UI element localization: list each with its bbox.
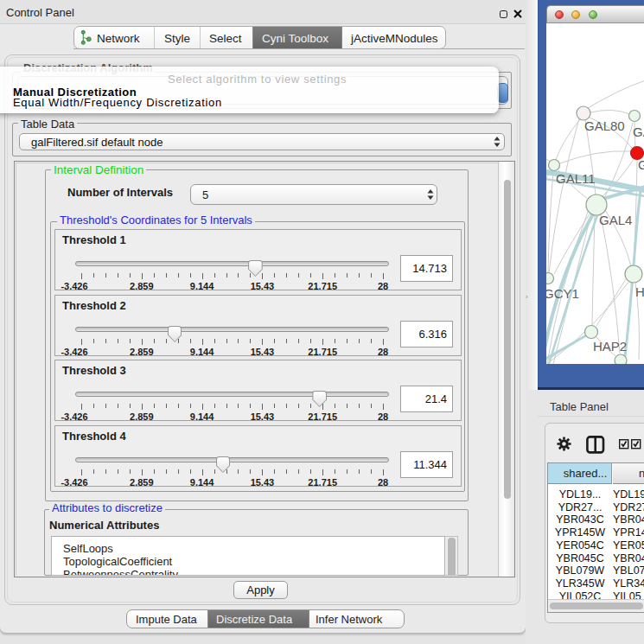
svg-text:H: H: [635, 284, 644, 299]
svg-text:GA: GA: [633, 124, 644, 139]
svg-text:GAL4: GAL4: [599, 213, 632, 227]
svg-text:G: G: [638, 157, 644, 172]
svg-text:GAL11: GAL11: [556, 171, 596, 186]
svg-text:GCY1: GCY1: [546, 286, 579, 301]
svg-text:HAP2: HAP2: [593, 339, 627, 354]
svg-text:GAL80: GAL80: [584, 118, 625, 133]
